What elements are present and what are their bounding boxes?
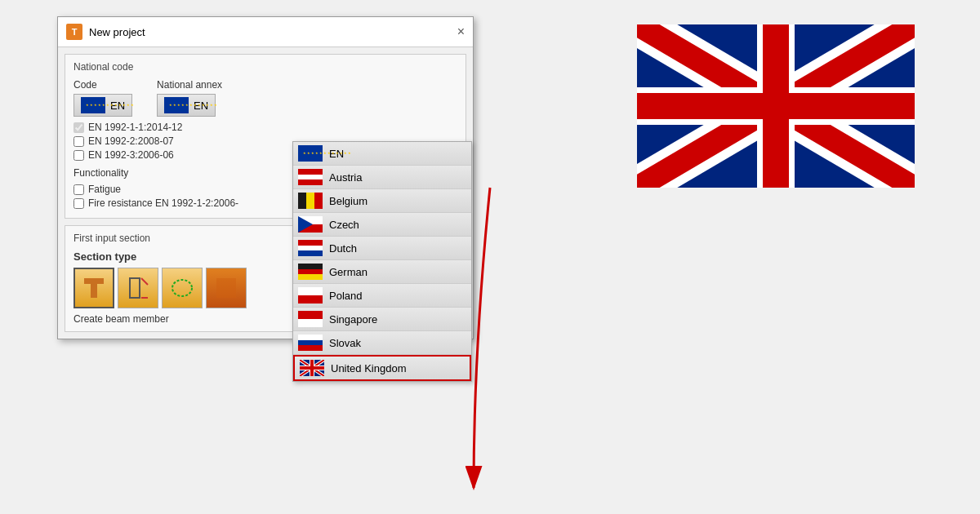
dropdown-label-slovak: Slovak: [329, 337, 361, 349]
section-icon-rectangular[interactable]: [118, 268, 158, 308]
section-icon-custom[interactable]: [206, 268, 247, 308]
national-annex-flag-button[interactable]: EN: [157, 94, 216, 117]
dropdown-label-singapore: Singapore: [329, 313, 377, 326]
code-row: Code EN National annex EN: [74, 79, 457, 117]
eu-flag-icon: [81, 97, 105, 113]
eu-flag-small: [298, 145, 323, 162]
belgium-red: [314, 193, 323, 209]
svg-point-5: [172, 280, 192, 296]
dropdown-label-belgium: Belgium: [329, 195, 368, 207]
close-button[interactable]: ×: [457, 25, 465, 38]
dropdown-item-dutch[interactable]: Dutch: [293, 237, 471, 260]
german-red: [298, 269, 323, 275]
checkbox-label-3: EN 1992-3:2006-06: [88, 149, 174, 161]
national-annex-label: National annex: [157, 79, 222, 91]
slovak-blue: [298, 340, 323, 346]
section-type-label: Section type: [74, 250, 136, 263]
dropdown-item-singapore[interactable]: Singapore: [293, 308, 471, 331]
national-annex-dropdown: EN Austria Belgium Czech Dutch G: [292, 141, 472, 382]
dialog-title-left: T New project: [66, 24, 145, 40]
dropdown-label-german: German: [329, 266, 368, 278]
section-icon-t[interactable]: [74, 268, 114, 308]
app-icon: T: [66, 24, 82, 40]
dutch-flag-icon: [298, 240, 323, 256]
dialog-title: New project: [89, 26, 145, 38]
svg-rect-2: [130, 278, 140, 298]
dropdown-item-german[interactable]: German: [293, 260, 471, 284]
svg-rect-6: [216, 278, 236, 298]
arrow-path: [474, 188, 490, 488]
dropdown-item-poland[interactable]: Poland: [293, 284, 471, 308]
national-code-title: National code: [74, 61, 457, 73]
checkbox-fire-resistance[interactable]: [74, 198, 84, 209]
german-gold: [298, 274, 323, 280]
dutch-white: [298, 246, 323, 251]
section-icon-circular[interactable]: [162, 268, 203, 308]
dropdown-item-belgium[interactable]: Belgium: [293, 189, 471, 213]
uk-flag-svg-small: [300, 360, 324, 376]
rectangular-beam-icon: [125, 275, 151, 301]
dutch-blue: [298, 250, 323, 256]
code-col: Code EN: [74, 79, 132, 117]
austria-flag-icon: [298, 169, 323, 185]
uk-flag-icon: [300, 360, 324, 376]
code-label: Code: [74, 79, 132, 91]
code-flag-button[interactable]: EN: [74, 94, 132, 117]
poland-flag-icon: [298, 287, 323, 304]
slovak-flag-icon: [298, 335, 323, 351]
national-annex-col: National annex EN: [157, 79, 222, 117]
poland-white: [298, 287, 323, 295]
large-uk-flag: [637, 24, 915, 188]
dropdown-item-uk[interactable]: United Kingdom: [293, 355, 471, 381]
national-annex-eu-flag-icon: [164, 97, 189, 113]
fire-resistance-label: Fire resistance EN 1992-1-2:2006-: [88, 197, 238, 209]
checkbox-label-1: EN 1992-1-1:2014-12: [88, 122, 182, 133]
svg-line-3: [141, 278, 148, 285]
dialog-titlebar: T New project ×: [58, 17, 473, 47]
slovak-white: [298, 335, 323, 340]
belgium-flag-icon: [298, 193, 323, 209]
t-beam-icon: [81, 275, 107, 301]
svg-rect-0: [84, 278, 104, 284]
checkbox-en1992-2[interactable]: [74, 136, 84, 147]
fatigue-label: Fatigue: [88, 184, 121, 195]
dropdown-label-uk: United Kingdom: [331, 362, 407, 374]
dropdown-label-dutch: Dutch: [329, 242, 357, 255]
singapore-red: [298, 311, 323, 319]
slovak-red: [298, 345, 323, 351]
belgium-yellow: [306, 193, 314, 209]
checkbox-en1992-1-1[interactable]: [74, 122, 84, 133]
dropdown-label-poland: Poland: [329, 290, 362, 302]
dropdown-item-slovak[interactable]: Slovak: [293, 331, 471, 355]
german-flag-icon: [298, 264, 323, 280]
checkbox-item-1: EN 1992-1-1:2014-12: [74, 122, 457, 133]
large-uk-flag-svg: [637, 24, 915, 188]
singapore-white: [298, 319, 323, 327]
belgium-black: [298, 193, 306, 209]
svg-rect-12: [763, 24, 789, 188]
german-black: [298, 264, 323, 269]
czech-flag-icon: [298, 216, 323, 233]
poland-red: [298, 295, 323, 304]
singapore-flag-icon: [298, 311, 323, 327]
dropdown-item-czech[interactable]: Czech: [293, 213, 471, 237]
checkbox-fatigue[interactable]: [74, 184, 84, 195]
dropdown-item-austria[interactable]: Austria: [293, 166, 471, 189]
checkbox-label-2: EN 1992-2:2008-07: [88, 135, 174, 147]
custom-section-icon: [213, 275, 239, 301]
svg-rect-1: [91, 284, 97, 298]
dutch-red: [298, 240, 323, 246]
dropdown-item-en[interactable]: EN: [293, 142, 471, 166]
dropdown-label-austria: Austria: [329, 171, 362, 184]
checkbox-en1992-3[interactable]: [74, 150, 84, 161]
dropdown-label-czech: Czech: [329, 219, 359, 231]
national-annex-row: EN: [157, 94, 222, 117]
circular-section-icon: [169, 275, 195, 301]
